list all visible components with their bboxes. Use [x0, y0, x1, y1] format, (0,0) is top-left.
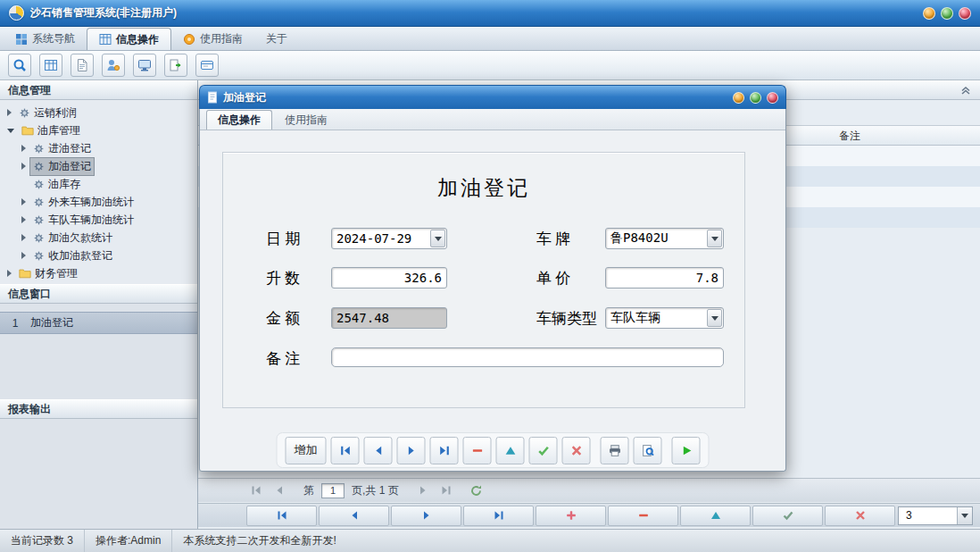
tree-item-jiayou-dengji[interactable]: 加油登记: [0, 157, 197, 175]
triangle-up-icon: [503, 444, 517, 457]
x-icon: [569, 444, 583, 457]
dialog-tab-info-operation[interactable]: 信息操作: [206, 110, 272, 130]
dropdown-arrow-button[interactable]: [957, 507, 972, 524]
dialog-maximize-button[interactable]: [750, 92, 761, 104]
collapse-panel-icon[interactable]: [959, 83, 973, 97]
expand-arrow-icon[interactable]: [21, 198, 26, 205]
pager-last-button[interactable]: [438, 482, 454, 498]
post-record-button[interactable]: [752, 506, 823, 526]
page-number-input[interactable]: 1: [321, 483, 345, 498]
tab-about[interactable]: 关于: [254, 28, 299, 50]
dialog-minimize-button[interactable]: [733, 92, 744, 104]
card-view-button[interactable]: [195, 54, 219, 77]
pager-prev-button[interactable]: [271, 482, 287, 498]
first-record-button[interactable]: [246, 506, 317, 526]
dialog-tab-user-guide[interactable]: 使用指南: [274, 110, 338, 130]
pager-next-button[interactable]: [415, 482, 431, 498]
window-item-index: 1: [0, 317, 30, 330]
section-header-info-window[interactable]: 信息窗口: [0, 284, 197, 304]
tree-item-caiwu-guanli[interactable]: 财务管理: [0, 264, 197, 282]
section-header-report-output[interactable]: 报表输出: [0, 399, 197, 419]
price-field[interactable]: 7.8: [605, 267, 724, 289]
expand-arrow-icon[interactable]: [7, 270, 12, 277]
pager-first-button[interactable]: [248, 482, 264, 498]
tab-user-guide[interactable]: 使用指南: [171, 28, 254, 50]
grid-column-remark[interactable]: 备注: [814, 126, 885, 145]
date-field[interactable]: 2024-07-29: [331, 228, 447, 249]
dialog-close-button[interactable]: [767, 92, 778, 104]
delete-record-button[interactable]: [463, 437, 492, 464]
execute-button[interactable]: [672, 437, 701, 464]
tree-item-chedui-cheliang-tongji[interactable]: 车队车辆加油统计: [0, 211, 197, 229]
document-button[interactable]: [71, 54, 94, 77]
print-button[interactable]: [601, 437, 629, 464]
table-icon: [99, 33, 112, 46]
dialog-window-controls: [733, 92, 778, 104]
next-record-button[interactable]: [397, 437, 426, 464]
confirm-button[interactable]: [529, 437, 558, 464]
last-record-button[interactable]: [430, 437, 459, 464]
minimize-button[interactable]: [923, 7, 935, 20]
remark-label: 备 注: [266, 347, 300, 370]
tree-item-label: 财务管理: [35, 266, 78, 281]
tree-item-youku-guanli[interactable]: 油库管理: [0, 121, 197, 139]
first-record-button[interactable]: [331, 437, 360, 464]
search-button[interactable]: [8, 54, 31, 77]
vehicle-type-field[interactable]: 车队车辆: [605, 307, 724, 329]
add-button[interactable]: 增加: [286, 437, 327, 464]
next-record-button[interactable]: [391, 506, 461, 526]
tree-item-shou-jiayoukuan-dengji[interactable]: 收加油款登记: [0, 247, 197, 264]
tree-item-jinyou-dengji[interactable]: 进油登记: [0, 139, 197, 157]
edit-record-button[interactable]: [496, 437, 525, 464]
page-size-value: 3: [899, 509, 957, 522]
expand-arrow-icon[interactable]: [7, 109, 12, 116]
dialog-titlebar[interactable]: 加油登记: [199, 85, 786, 109]
prev-record-button[interactable]: [319, 506, 389, 526]
export-button[interactable]: [164, 54, 187, 77]
table-view-button[interactable]: [39, 54, 62, 77]
tree-item-content: 进油登记: [29, 139, 95, 158]
tree-item-youkucun[interactable]: 油库存: [0, 175, 197, 193]
collapse-arrow-icon[interactable]: [7, 129, 14, 133]
tree-item-content: 运销利润: [15, 104, 80, 122]
tree-item-jiayou-qiankuan-tongji[interactable]: 加油欠款统计: [0, 229, 197, 247]
plate-field[interactable]: 鲁P8402U: [605, 228, 724, 249]
expand-arrow-icon[interactable]: [21, 163, 26, 170]
cancel-record-button[interactable]: [825, 506, 895, 526]
navigation-tree: 运销利润 油库管理 进油登记 加油登记: [0, 100, 197, 284]
remark-field[interactable]: [331, 347, 724, 367]
expand-arrow-icon[interactable]: [21, 216, 26, 223]
tab-info-operation[interactable]: 信息操作: [87, 28, 171, 50]
liters-field[interactable]: 326.6: [331, 267, 447, 289]
folder-icon: [19, 267, 31, 280]
tree-item-yunxiao-lirun[interactable]: 运销利润: [0, 104, 197, 121]
monitor-button[interactable]: [133, 54, 156, 77]
date-dropdown-button[interactable]: [430, 230, 445, 247]
page-size-select[interactable]: 3: [898, 506, 973, 525]
expand-arrow-icon[interactable]: [21, 234, 26, 241]
close-button[interactable]: [959, 7, 971, 20]
insert-record-button[interactable]: [536, 506, 606, 526]
prev-record-button[interactable]: [364, 437, 393, 464]
last-record-button[interactable]: [463, 506, 534, 526]
tree-item-wailai-cheliang-tongji[interactable]: 外来车辆加油统计: [0, 193, 197, 211]
maximize-button[interactable]: [941, 7, 953, 20]
tab-system-nav[interactable]: 系统导航: [4, 28, 87, 50]
expand-arrow-icon[interactable]: [21, 145, 26, 152]
card-view-icon: [200, 58, 214, 72]
preview-button[interactable]: [634, 437, 662, 464]
user-settings-button[interactable]: [102, 54, 125, 77]
edit-record-button[interactable]: [680, 506, 751, 526]
pager-bar: 第 1 页,共 1 页: [198, 478, 980, 502]
refresh-button[interactable]: [469, 482, 485, 498]
expand-arrow-icon[interactable]: [21, 252, 26, 259]
window-list-item[interactable]: 1 加油登记: [0, 312, 197, 334]
cancel-button[interactable]: [562, 437, 591, 464]
section-header-info-management[interactable]: 信息管理: [0, 80, 197, 100]
next-icon: [404, 444, 418, 457]
vehicle-type-dropdown-button[interactable]: [707, 309, 722, 327]
delete-record-button[interactable]: [608, 506, 678, 526]
dialog-tabbar: 信息操作 使用指南: [200, 109, 785, 130]
plate-dropdown-button[interactable]: [707, 230, 722, 247]
document-icon: [75, 58, 89, 72]
